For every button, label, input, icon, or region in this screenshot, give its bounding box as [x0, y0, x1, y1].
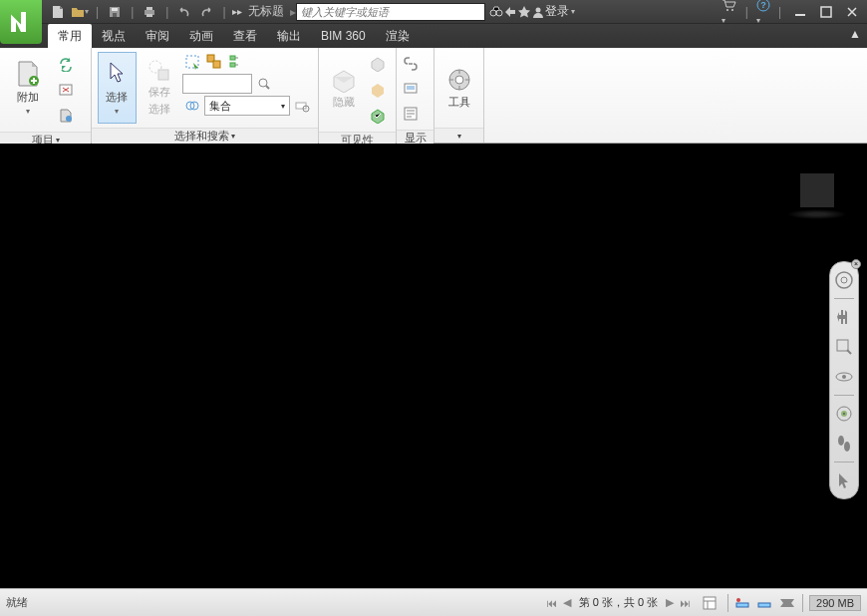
maximize-button[interactable] — [815, 3, 837, 21]
unhide-all-icon[interactable] — [366, 104, 390, 128]
ribbon: 附加 ▾ 项目 ▾ 选择 ▾ 保存 选择 — [0, 48, 867, 144]
favorite-icon[interactable] — [517, 5, 531, 19]
prev-sheet-button[interactable]: ◀ — [560, 595, 574, 611]
panel-foot-select-search[interactable]: 选择和搜索 ▾ — [92, 128, 318, 144]
find-icon[interactable] — [254, 74, 274, 94]
cart-icon[interactable]: ▾ — [722, 0, 737, 26]
open-icon[interactable]: ▾ — [70, 2, 90, 22]
pan-icon[interactable] — [832, 305, 856, 329]
user-icon[interactable] — [531, 5, 545, 19]
svg-rect-36 — [837, 340, 848, 351]
svg-point-43 — [844, 442, 850, 452]
attach-button[interactable]: 附加 ▾ — [6, 52, 50, 124]
save-selection-button[interactable]: 保存 选择 — [141, 52, 179, 124]
login-label[interactable]: 登录 — [545, 3, 569, 20]
separator: | — [165, 5, 168, 19]
tab-view[interactable]: 查看 — [223, 24, 267, 48]
view-cube[interactable] — [787, 173, 847, 223]
tab-bim360[interactable]: BIM 360 — [311, 24, 376, 48]
svg-point-38 — [842, 375, 846, 379]
close-button[interactable] — [841, 3, 863, 21]
quick-properties-icon[interactable] — [399, 77, 423, 101]
last-sheet-button[interactable]: ⏭ — [678, 595, 692, 611]
login-dropdown-icon[interactable]: ▾ — [571, 7, 575, 16]
svg-rect-19 — [158, 70, 168, 80]
communication-icon[interactable] — [503, 5, 517, 19]
separator: | — [96, 5, 99, 19]
selection-tree-icon[interactable] — [226, 52, 246, 72]
tab-output[interactable]: 输出 — [267, 24, 311, 48]
status-ready: 就绪 — [6, 595, 28, 610]
panel-visibility: 隐藏 可见性 — [319, 48, 397, 143]
file-options-icon[interactable] — [54, 104, 78, 128]
separator: | — [745, 5, 748, 19]
svg-point-6 — [490, 10, 496, 16]
panel-foot-tools[interactable]: ▾ — [434, 128, 483, 143]
redo-icon[interactable] — [196, 2, 216, 22]
new-icon[interactable] — [48, 2, 68, 22]
properties-icon[interactable] — [399, 102, 423, 126]
reset-icon[interactable] — [54, 78, 78, 102]
svg-point-35 — [841, 277, 847, 283]
steering-wheel-icon[interactable] — [832, 268, 856, 292]
print-icon[interactable] — [140, 2, 159, 22]
ribbon-collapse-icon[interactable]: ▲ — [849, 27, 861, 41]
select-label: 选择 — [106, 90, 128, 105]
panel-select-search: 选择 ▾ 保存 选择 集合▾ — [92, 48, 319, 143]
quick-find-icon[interactable] — [292, 96, 312, 116]
look-icon[interactable] — [832, 402, 856, 426]
zoom-icon[interactable] — [832, 335, 856, 359]
select-same-icon[interactable] — [204, 52, 224, 72]
undo-icon[interactable] — [174, 2, 194, 22]
search-box[interactable] — [296, 3, 485, 21]
orbit-icon[interactable] — [832, 365, 856, 389]
svg-point-9 — [726, 9, 728, 11]
sets-combo[interactable]: 集合▾ — [204, 96, 290, 116]
save-icon[interactable] — [105, 2, 125, 22]
cube-compass[interactable] — [787, 209, 847, 219]
separator: | — [778, 5, 781, 19]
tab-review[interactable]: 审阅 — [136, 24, 179, 48]
hide-unselected-icon[interactable] — [366, 78, 390, 102]
tools-button[interactable]: 工具 — [440, 52, 477, 124]
minimize-button[interactable] — [789, 3, 811, 21]
help-icon[interactable]: ?▾ — [756, 0, 770, 26]
sheet-navigation: ⏮ ◀ 第 0 张，共 0 张 ▶ ⏭ — [545, 595, 692, 611]
hide-button[interactable]: 隐藏 — [325, 52, 362, 124]
links-icon[interactable] — [399, 52, 423, 76]
select-button[interactable]: 选择 ▾ — [98, 52, 137, 124]
disk-indicator-icon — [734, 597, 752, 609]
svg-rect-1 — [112, 8, 118, 11]
tab-viewpoint[interactable]: 视点 — [92, 24, 136, 48]
separator — [802, 594, 803, 612]
next-sheet-button[interactable]: ▶ — [663, 595, 677, 611]
panel-project: 附加 ▾ 项目 ▾ — [0, 48, 92, 143]
walk-icon[interactable] — [832, 432, 856, 456]
viewport-3d[interactable]: × — [0, 144, 867, 588]
svg-rect-14 — [821, 7, 831, 17]
svg-rect-5 — [146, 14, 152, 17]
svg-point-46 — [736, 598, 740, 602]
tab-render[interactable]: 渲染 — [376, 24, 420, 48]
navigation-bar: × — [829, 261, 859, 499]
binoculars-icon[interactable] — [489, 5, 503, 19]
first-sheet-button[interactable]: ⏮ — [545, 595, 559, 611]
sheet-browser-icon[interactable] — [698, 591, 722, 615]
svg-point-8 — [535, 7, 540, 12]
nav-separator — [834, 462, 854, 462]
select-all-icon[interactable] — [182, 52, 202, 72]
panel-display: 显示 — [397, 48, 434, 143]
sets-icon[interactable] — [182, 96, 202, 116]
refresh-icon[interactable] — [54, 52, 78, 76]
app-menu-icon[interactable] — [0, 0, 42, 44]
require-icon[interactable] — [366, 52, 390, 76]
svg-point-34 — [836, 272, 852, 288]
selection-filter-combo[interactable] — [182, 74, 252, 94]
select-cursor-icon[interactable] — [832, 468, 856, 492]
tab-common[interactable]: 常用 — [48, 24, 92, 48]
cube-face[interactable] — [800, 173, 834, 207]
tab-animation[interactable]: 动画 — [179, 24, 223, 48]
performance-indicators — [734, 597, 796, 609]
search-input[interactable] — [297, 6, 484, 18]
qat-expand-icon[interactable]: ▸▸ — [232, 6, 242, 17]
